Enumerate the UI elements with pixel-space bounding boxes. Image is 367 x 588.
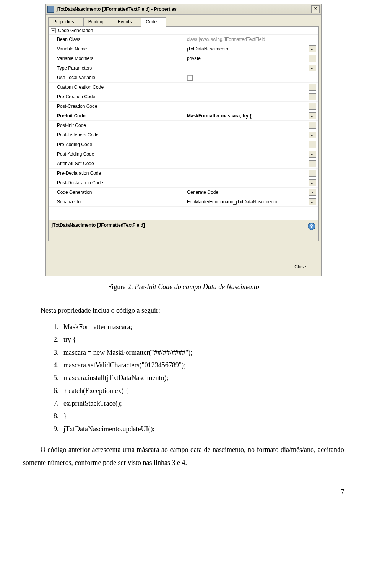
page-number: 7 [23,488,344,496]
ellipsis-button[interactable]: ... [309,93,316,100]
ellipsis-button[interactable]: ... [309,112,316,119]
intro-text: Nesta propriedade inclua o código a segu… [23,304,344,317]
property-value[interactable]: ... [187,122,316,129]
code-line: try { [60,333,344,346]
properties-panel: − Code Generation Bean Classclass javax.… [48,26,319,241]
property-value[interactable]: ... [187,132,316,138]
ellipsis-button[interactable]: ... [309,160,316,167]
tab-bar: PropertiesBindingEventsCode [46,15,321,26]
ellipsis-button[interactable]: ... [309,198,316,205]
property-label: Variable Name [57,46,187,52]
property-row[interactable]: Pre-Init CodeMaskFormatter mascara; try … [49,111,318,121]
ellipsis-button[interactable]: ... [309,179,316,186]
code-line: jTxtDataNascimento.updateUI(); [60,423,344,435]
property-row[interactable]: Pre-Adding Code... [49,140,318,149]
property-row[interactable]: Use Local Variable [49,73,318,83]
ellipsis-button[interactable]: ... [309,45,316,52]
property-label: Pre-Init Code [57,113,187,119]
property-label: Pre-Adding Code [57,142,187,147]
dialog-footer: Close [46,244,321,276]
tab-properties[interactable]: Properties [48,17,84,27]
ellipsis-button[interactable]: ... [309,170,316,177]
property-value[interactable]: ... [187,170,316,177]
ellipsis-button[interactable]: ... [309,122,316,129]
property-row[interactable]: Post-Init Code... [49,121,318,130]
property-value[interactable]: ... [187,65,316,71]
property-label: Post-Declaration Code [57,180,187,185]
property-label: Post-Init Code [57,123,187,128]
description-title: jTxtDataNascimento [JFormattedTextField] [52,223,308,228]
property-value[interactable] [187,75,316,81]
property-row[interactable]: Serialize ToFrmManterFuncionario_jTxtDat… [49,197,318,207]
code-line: mascara = new MaskFormatter("##/##/####"… [60,346,344,359]
close-icon[interactable]: X [311,5,320,13]
window-title: jTxtDataNascimento [JFormattedTextField]… [57,6,311,12]
code-line: } catch(Exception ex) { [60,385,344,397]
property-label: Serialize To [57,199,187,205]
close-button[interactable]: Close [286,263,315,271]
tab-code[interactable]: Code [141,17,166,27]
ellipsis-button[interactable]: ... [309,141,316,148]
property-label: Post-Adding Code [57,151,187,157]
property-value[interactable]: ... [187,141,316,148]
property-label: Pre-Creation Code [57,94,187,99]
body-paragraph: O código anterior acrescenta uma máscara… [23,443,344,469]
code-line: mascara.setValidCharacters("0123456789")… [60,359,344,372]
titlebar: jTxtDataNascimento [JFormattedTextField]… [46,4,321,15]
property-label: Variable Modifiers [57,56,187,61]
checkbox[interactable] [187,75,193,81]
tab-binding[interactable]: Binding [83,17,113,27]
property-value[interactable]: FrmManterFuncionario_jTxtDataNascimento.… [187,198,316,205]
group-header[interactable]: − Code Generation [49,27,318,35]
property-label: Post-Creation Code [57,104,187,109]
code-line: ex.printStackTrace(); [60,397,344,410]
property-value[interactable]: ... [187,160,316,167]
property-value[interactable]: ... [187,84,316,91]
property-value[interactable]: Generate Code [187,189,316,196]
property-value[interactable]: ... [187,93,316,100]
group-label: Code Generation [58,28,93,33]
dropdown-icon[interactable] [309,189,316,196]
property-row[interactable]: Post-Listeners Code... [49,130,318,140]
property-label: Use Local Variable [57,75,187,80]
ellipsis-button[interactable]: ... [309,151,316,158]
property-row[interactable]: Post-Declaration Code... [49,178,318,188]
property-value[interactable]: ... [187,179,316,186]
property-label: Post-Listeners Code [57,132,187,138]
properties-dialog: jTxtDataNascimento [JFormattedTextField]… [45,4,322,276]
collapse-icon[interactable]: − [51,28,56,33]
property-row[interactable]: Bean Classclass javax.swing.JFormattedTe… [49,35,318,44]
property-value[interactable]: class javax.swing.JFormattedTextField [187,37,316,42]
property-row[interactable]: Pre-Declaration Code... [49,169,318,178]
ellipsis-button[interactable]: ... [309,65,316,71]
property-row[interactable]: Variable Modifiersprivate... [49,54,318,63]
property-value[interactable]: ... [187,151,316,158]
code-line: } [60,410,344,422]
property-label: Code Generation [57,190,187,195]
tab-events[interactable]: Events [113,17,141,27]
ellipsis-button[interactable]: ... [309,103,316,110]
property-row[interactable]: Type Parameters... [49,63,318,73]
code-line: MaskFormatter mascara; [60,321,344,333]
property-row[interactable]: Code GenerationGenerate Code [49,188,318,197]
property-row[interactable]: Pre-Creation Code... [49,92,318,102]
description-bar: jTxtDataNascimento [JFormattedTextField]… [49,220,318,241]
component-icon [47,6,54,13]
property-value[interactable]: jTxtDataNascimento... [187,45,316,52]
property-row[interactable]: Variable NamejTxtDataNascimento... [49,44,318,54]
property-row[interactable]: Custom Creation Code... [49,83,318,92]
ellipsis-button[interactable]: ... [309,84,316,91]
property-row[interactable]: After-All-Set Code... [49,159,318,169]
help-icon[interactable]: ? [308,223,315,230]
property-label: Type Parameters [57,65,187,71]
property-value[interactable]: ... [187,103,316,110]
property-value[interactable]: MaskFormatter mascara; try { ...... [187,112,316,119]
property-value[interactable]: private... [187,55,316,62]
code-listing: MaskFormatter mascara;try {mascara = new… [53,321,344,435]
ellipsis-button[interactable]: ... [309,55,316,62]
ellipsis-button[interactable]: ... [309,132,316,138]
code-line: mascara.install(jTxtDataNascimento); [60,372,344,384]
property-label: After-All-Set Code [57,161,187,166]
property-row[interactable]: Post-Creation Code... [49,102,318,111]
property-row[interactable]: Post-Adding Code... [49,149,318,159]
